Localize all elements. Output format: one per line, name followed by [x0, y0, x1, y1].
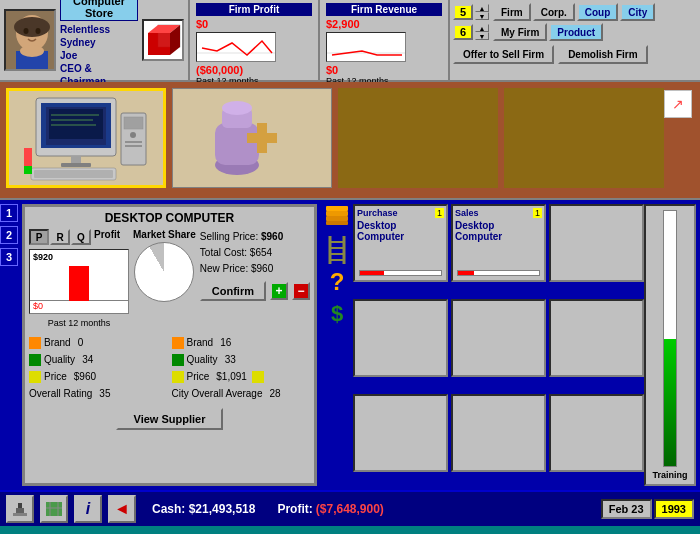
question-icon[interactable]: ? — [323, 268, 351, 296]
demolish-btn[interactable]: Demolish Firm — [558, 45, 647, 64]
svg-rect-22 — [61, 163, 91, 167]
selling-price-value: $960 — [261, 231, 283, 242]
toolbar-build-icon[interactable] — [6, 495, 34, 523]
view-supplier-button[interactable]: View Supplier — [116, 408, 224, 430]
training-panel: Training — [644, 204, 696, 486]
sidebar-num-2[interactable]: 2 — [0, 226, 18, 244]
toolbar-back-icon[interactable]: ◄ — [108, 495, 136, 523]
nav-btn-city[interactable]: City — [620, 3, 655, 21]
brand-color-r — [172, 337, 184, 349]
svg-rect-39 — [326, 216, 348, 221]
confirm-row: Confirm + − — [200, 281, 310, 301]
product-placeholder-1 — [338, 88, 498, 188]
firm-profit-value2: ($60,000) — [196, 64, 312, 76]
action-icons: ? $ — [321, 200, 353, 490]
empty-card-2 — [353, 299, 448, 377]
price-decrease-btn[interactable]: − — [292, 282, 310, 300]
purchase-label: Purchase — [357, 208, 398, 218]
nav-up-arrow[interactable]: ▲ — [475, 4, 489, 12]
svg-rect-50 — [18, 503, 22, 508]
product-cards-area: Purchase 1 Desktop Computer Sales — [353, 200, 644, 490]
stat-quality-row-r: Quality 33 — [172, 351, 311, 368]
product-area: ↗ — [0, 82, 700, 200]
svg-point-4 — [36, 28, 41, 34]
svg-rect-31 — [24, 166, 32, 174]
book-icon[interactable] — [323, 204, 351, 232]
nav-btn-myfirm[interactable]: My Firm — [493, 23, 547, 41]
svg-point-2 — [14, 17, 50, 37]
action-row: Offer to Sell Firm Demolish Firm — [453, 45, 697, 64]
nav-down-arrow[interactable]: ▼ — [475, 12, 489, 20]
product-card-health[interactable] — [172, 88, 332, 188]
brand-value: 0 — [78, 334, 84, 351]
purchase-bar-area — [359, 270, 442, 276]
sidebar-num-1[interactable]: 1 — [0, 204, 18, 222]
svg-rect-27 — [125, 145, 142, 147]
firm-revenue-title: Firm Revenue — [326, 3, 442, 16]
profit-label: Profit: — [277, 502, 312, 516]
empty-card-5 — [353, 394, 448, 472]
firm-revenue-value1: $2,900 — [326, 18, 442, 30]
svg-rect-38 — [326, 221, 348, 225]
ladder-icon[interactable] — [323, 236, 351, 264]
prq-btn-r[interactable]: R — [50, 229, 70, 245]
stat-cityavg-row: City Overall Average 28 — [172, 385, 311, 402]
company-info: Computer Store Relentless Sydney Joe CEO… — [60, 0, 138, 88]
svg-rect-41 — [326, 206, 348, 211]
price-color — [29, 371, 41, 383]
profit-graph: $920 $0 — [29, 249, 129, 314]
sidebar-num-3[interactable]: 3 — [0, 248, 18, 266]
profile-section: Computer Store Relentless Sydney Joe CEO… — [0, 0, 190, 80]
nav-btn-product[interactable]: Product — [549, 23, 603, 41]
prq-btn-p[interactable]: P — [29, 229, 49, 245]
person-name: Relentless Sydney Joe CEO & Chairman — [60, 23, 138, 88]
svg-point-35 — [222, 101, 252, 115]
stats-section: Brand 0 Quality 34 Price $960 Overall Ra… — [29, 334, 310, 402]
date-display: Feb 23 1993 — [601, 499, 694, 519]
market-share-title: Market Share — [133, 229, 196, 240]
nav-down-arrow-2[interactable]: ▼ — [475, 32, 489, 40]
nav-row-1: 5 ▲ ▼ Firm Corp. Coup City — [453, 3, 697, 21]
toolbar-info-icon[interactable]: i — [74, 495, 102, 523]
nav-btn-coup[interactable]: Coup — [577, 3, 619, 21]
svg-point-6 — [20, 45, 44, 57]
sales-desktop-card[interactable]: Sales 1 Desktop Computer — [451, 204, 546, 282]
confirm-button[interactable]: Confirm — [200, 281, 266, 301]
stats-left: Brand 0 Quality 34 Price $960 Overall Ra… — [29, 334, 168, 402]
graph-bottom-value: $0 — [33, 301, 43, 311]
overall-label: Overall Rating — [29, 385, 92, 402]
firm-profit-graph — [196, 32, 276, 62]
profit-display: Profit: ($7,648,900) — [277, 502, 383, 516]
price-increase-btn[interactable]: + — [270, 282, 288, 300]
nav-arrows-2: ▲ ▼ — [475, 24, 489, 40]
purchase-bar-fill — [360, 271, 384, 275]
company-logo — [142, 19, 184, 61]
purchase-desktop-card[interactable]: Purchase 1 Desktop Computer — [353, 204, 448, 282]
product-card-computer[interactable] — [6, 88, 166, 188]
nav-btn-corp[interactable]: Corp. — [533, 3, 575, 21]
svg-rect-17 — [49, 109, 103, 139]
pie-chart — [134, 242, 194, 302]
date-year: 1993 — [654, 499, 694, 519]
nav-btn-firm[interactable]: Firm — [493, 3, 531, 21]
empty-card-4 — [549, 299, 644, 377]
nav-up-arrow-2[interactable]: ▲ — [475, 24, 489, 32]
svg-rect-30 — [24, 148, 32, 166]
firm-revenue-value2: $0 — [326, 64, 442, 76]
prq-btn-q[interactable]: Q — [71, 229, 91, 245]
stat-brand-row-r: Brand 16 — [172, 334, 311, 351]
cash-label: Cash: — [152, 502, 185, 516]
product-placeholder-2 — [504, 88, 664, 188]
stats-right: Brand 16 Quality 33 Price $1,091 City Ov… — [172, 334, 311, 402]
brand-label-r: Brand — [187, 334, 214, 351]
graph-bar — [69, 266, 89, 301]
sales-bar-bg — [457, 270, 540, 276]
nav-number-5: 5 — [453, 4, 473, 20]
offer-sell-btn[interactable]: Offer to Sell Firm — [453, 45, 554, 64]
toolbar-map-icon[interactable] — [40, 495, 68, 523]
right-area: ? $ Purchase 1 Desktop Computer — [321, 200, 700, 490]
stat-price-row: Price $960 — [29, 368, 168, 385]
city-avg-value: 28 — [269, 385, 280, 402]
market-share-box: Market Share — [133, 229, 196, 328]
dollar-icon[interactable]: $ — [323, 300, 351, 328]
